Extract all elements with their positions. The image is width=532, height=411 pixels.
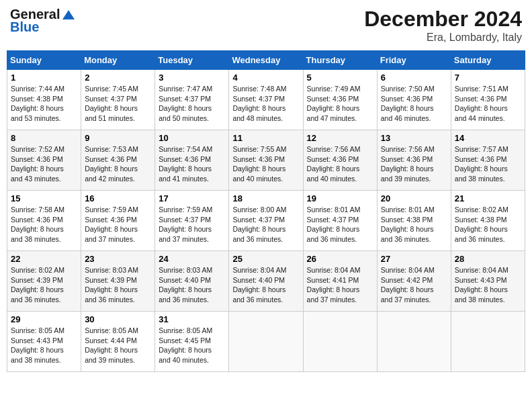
day-header-saturday: Saturday	[451, 51, 525, 70]
day-info: Sunrise: 7:57 AMSunset: 4:36 PMDaylight:…	[455, 144, 521, 184]
day-info: Sunrise: 7:50 AMSunset: 4:36 PMDaylight:…	[381, 84, 447, 124]
day-number: 7	[455, 73, 521, 83]
calendar-cell: 7Sunrise: 7:51 AMSunset: 4:36 PMDaylight…	[451, 70, 525, 130]
day-info: Sunrise: 8:01 AMSunset: 4:37 PMDaylight:…	[307, 205, 373, 244]
day-info: Sunrise: 8:05 AMSunset: 4:44 PMDaylight:…	[85, 326, 151, 365]
day-info: Sunrise: 7:53 AMSunset: 4:36 PMDaylight:…	[85, 144, 151, 184]
calendar-cell: 8Sunrise: 7:52 AMSunset: 4:36 PMDaylight…	[7, 130, 81, 191]
day-number: 11	[232, 133, 299, 143]
calendar-cell: 19Sunrise: 8:01 AMSunset: 4:37 PMDayligh…	[303, 191, 377, 251]
day-info: Sunrise: 7:56 AMSunset: 4:36 PMDaylight:…	[381, 144, 447, 184]
day-number: 31	[159, 314, 225, 324]
day-number: 27	[381, 254, 447, 264]
calendar-cell	[451, 312, 525, 372]
day-info: Sunrise: 8:04 AMSunset: 4:42 PMDaylight:…	[381, 265, 447, 305]
day-info: Sunrise: 8:05 AMSunset: 4:45 PMDaylight:…	[159, 326, 225, 365]
day-info: Sunrise: 7:44 AMSunset: 4:38 PMDaylight:…	[11, 84, 77, 124]
calendar-cell: 24Sunrise: 8:03 AMSunset: 4:40 PMDayligh…	[155, 251, 229, 312]
calendar-cell: 22Sunrise: 8:02 AMSunset: 4:39 PMDayligh…	[7, 251, 81, 312]
day-number: 20	[381, 193, 447, 203]
day-number: 17	[159, 193, 225, 203]
day-number: 14	[455, 133, 521, 143]
calendar-week-row: 1Sunrise: 7:44 AMSunset: 4:38 PMDaylight…	[7, 70, 525, 130]
day-number: 8	[11, 133, 77, 143]
day-info: Sunrise: 8:03 AMSunset: 4:40 PMDaylight:…	[159, 265, 225, 305]
day-number: 21	[455, 193, 521, 203]
calendar-cell: 31Sunrise: 8:05 AMSunset: 4:45 PMDayligh…	[155, 312, 229, 372]
day-header-tuesday: Tuesday	[155, 51, 229, 70]
day-info: Sunrise: 7:59 AMSunset: 4:37 PMDaylight:…	[159, 205, 225, 244]
day-number: 15	[11, 193, 77, 203]
day-number: 28	[455, 254, 521, 264]
location-title: Era, Lombardy, Italy	[364, 32, 522, 44]
day-number: 22	[11, 254, 77, 264]
calendar-cell	[303, 312, 377, 372]
calendar-cell: 12Sunrise: 7:56 AMSunset: 4:36 PMDayligh…	[303, 130, 377, 191]
day-number: 25	[232, 254, 299, 264]
day-header-sunday: Sunday	[7, 51, 81, 70]
day-number: 26	[307, 254, 373, 264]
day-info: Sunrise: 8:00 AMSunset: 4:37 PMDaylight:…	[232, 205, 299, 244]
logo-triangle-icon	[62, 10, 75, 19]
calendar-cell: 26Sunrise: 8:04 AMSunset: 4:41 PMDayligh…	[303, 251, 377, 312]
day-number: 24	[159, 254, 225, 264]
day-info: Sunrise: 7:58 AMSunset: 4:36 PMDaylight:…	[11, 205, 77, 244]
day-info: Sunrise: 7:52 AMSunset: 4:36 PMDaylight:…	[11, 144, 77, 184]
day-header-monday: Monday	[81, 51, 155, 70]
calendar-cell	[377, 312, 451, 372]
day-number: 9	[85, 133, 151, 143]
header: General Blue December 2024 Era, Lombardy…	[7, 7, 525, 44]
day-header-thursday: Thursday	[303, 51, 377, 70]
day-info: Sunrise: 8:01 AMSunset: 4:38 PMDaylight:…	[381, 205, 447, 244]
day-number: 4	[232, 73, 299, 83]
day-info: Sunrise: 8:05 AMSunset: 4:43 PMDaylight:…	[11, 326, 77, 365]
calendar-cell: 30Sunrise: 8:05 AMSunset: 4:44 PMDayligh…	[81, 312, 155, 372]
calendar-cell: 23Sunrise: 8:03 AMSunset: 4:39 PMDayligh…	[81, 251, 155, 312]
calendar-cell: 5Sunrise: 7:49 AMSunset: 4:36 PMDaylight…	[303, 70, 377, 130]
calendar-cell: 6Sunrise: 7:50 AMSunset: 4:36 PMDaylight…	[377, 70, 451, 130]
day-number: 30	[85, 314, 151, 324]
day-number: 13	[381, 133, 447, 143]
day-number: 12	[307, 133, 373, 143]
day-info: Sunrise: 8:02 AMSunset: 4:39 PMDaylight:…	[11, 265, 77, 305]
calendar-cell: 27Sunrise: 8:04 AMSunset: 4:42 PMDayligh…	[377, 251, 451, 312]
calendar-cell	[229, 312, 303, 372]
day-number: 5	[307, 73, 373, 83]
day-info: Sunrise: 8:02 AMSunset: 4:38 PMDaylight:…	[455, 205, 521, 244]
day-info: Sunrise: 7:55 AMSunset: 4:36 PMDaylight:…	[232, 144, 299, 184]
day-info: Sunrise: 8:04 AMSunset: 4:41 PMDaylight:…	[307, 265, 373, 305]
calendar-cell: 11Sunrise: 7:55 AMSunset: 4:36 PMDayligh…	[229, 130, 303, 191]
calendar-cell: 20Sunrise: 8:01 AMSunset: 4:38 PMDayligh…	[377, 191, 451, 251]
day-header-wednesday: Wednesday	[229, 51, 303, 70]
day-info: Sunrise: 7:47 AMSunset: 4:37 PMDaylight:…	[159, 84, 225, 124]
day-info: Sunrise: 7:51 AMSunset: 4:36 PMDaylight:…	[455, 84, 521, 124]
month-title: December 2024	[364, 7, 522, 32]
calendar-header-row: SundayMondayTuesdayWednesdayThursdayFrid…	[7, 51, 525, 70]
calendar-cell: 13Sunrise: 7:56 AMSunset: 4:36 PMDayligh…	[377, 130, 451, 191]
day-number: 16	[85, 193, 151, 203]
day-info: Sunrise: 8:03 AMSunset: 4:39 PMDaylight:…	[85, 265, 151, 305]
day-info: Sunrise: 7:56 AMSunset: 4:36 PMDaylight:…	[307, 144, 373, 184]
calendar-cell: 10Sunrise: 7:54 AMSunset: 4:36 PMDayligh…	[155, 130, 229, 191]
calendar-week-row: 29Sunrise: 8:05 AMSunset: 4:43 PMDayligh…	[7, 312, 525, 372]
day-number: 18	[232, 193, 299, 203]
calendar-cell: 4Sunrise: 7:48 AMSunset: 4:37 PMDaylight…	[229, 70, 303, 130]
day-number: 2	[85, 73, 151, 83]
calendar-cell: 29Sunrise: 8:05 AMSunset: 4:43 PMDayligh…	[7, 312, 81, 372]
calendar-cell: 14Sunrise: 7:57 AMSunset: 4:36 PMDayligh…	[451, 130, 525, 191]
calendar-cell: 18Sunrise: 8:00 AMSunset: 4:37 PMDayligh…	[229, 191, 303, 251]
title-area: December 2024 Era, Lombardy, Italy	[364, 7, 522, 44]
calendar-week-row: 22Sunrise: 8:02 AMSunset: 4:39 PMDayligh…	[7, 251, 525, 312]
calendar-cell: 21Sunrise: 8:02 AMSunset: 4:38 PMDayligh…	[451, 191, 525, 251]
calendar-cell: 2Sunrise: 7:45 AMSunset: 4:37 PMDaylight…	[81, 70, 155, 130]
calendar-cell: 9Sunrise: 7:53 AMSunset: 4:36 PMDaylight…	[81, 130, 155, 191]
calendar-cell: 1Sunrise: 7:44 AMSunset: 4:38 PMDaylight…	[7, 70, 81, 130]
calendar-cell: 28Sunrise: 8:04 AMSunset: 4:43 PMDayligh…	[451, 251, 525, 312]
calendar-cell: 16Sunrise: 7:59 AMSunset: 4:36 PMDayligh…	[81, 191, 155, 251]
day-info: Sunrise: 8:04 AMSunset: 4:43 PMDaylight:…	[455, 265, 521, 305]
day-info: Sunrise: 7:54 AMSunset: 4:36 PMDaylight:…	[159, 144, 225, 184]
day-header-friday: Friday	[377, 51, 451, 70]
calendar-cell: 3Sunrise: 7:47 AMSunset: 4:37 PMDaylight…	[155, 70, 229, 130]
day-number: 10	[159, 133, 225, 143]
day-number: 23	[85, 254, 151, 264]
